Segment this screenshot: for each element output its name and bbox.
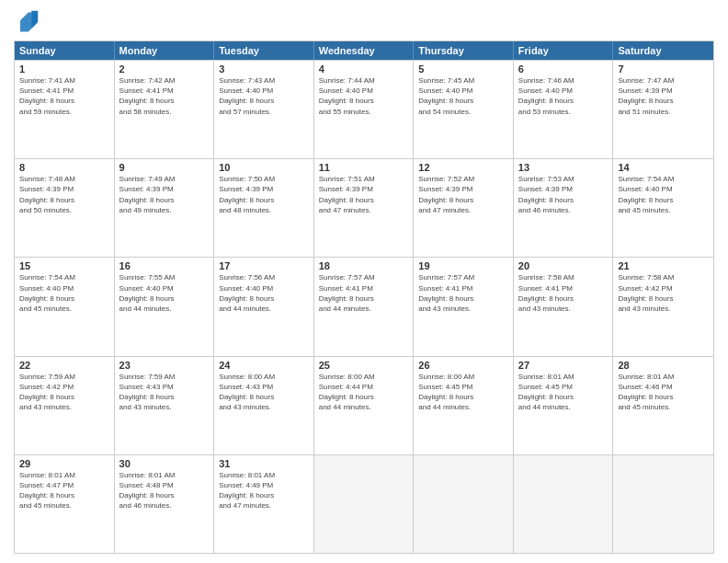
- cal-cell-day-14: 14Sunrise: 7:54 AMSunset: 4:40 PMDayligh…: [613, 159, 713, 257]
- cal-cell-day-29: 29Sunrise: 8:01 AMSunset: 4:47 PMDayligh…: [15, 455, 115, 553]
- day-number: 19: [418, 260, 508, 271]
- cal-cell-day-11: 11Sunrise: 7:51 AMSunset: 4:39 PMDayligh…: [314, 159, 415, 257]
- cell-info: Sunrise: 7:59 AMSunset: 4:43 PMDaylight:…: [119, 372, 210, 413]
- day-number: 16: [119, 260, 210, 271]
- calendar-week-3: 15Sunrise: 7:54 AMSunset: 4:40 PMDayligh…: [15, 257, 713, 355]
- day-number: 29: [19, 458, 109, 469]
- cal-cell-day-19: 19Sunrise: 7:57 AMSunset: 4:41 PMDayligh…: [414, 258, 514, 355]
- calendar-body: 1Sunrise: 7:41 AMSunset: 4:41 PMDaylight…: [15, 60, 713, 553]
- cell-info: Sunrise: 7:57 AMSunset: 4:41 PMDaylight:…: [418, 272, 508, 314]
- cell-info: Sunrise: 7:51 AMSunset: 4:39 PMDaylight:…: [319, 174, 409, 215]
- cal-cell-day-7: 7Sunrise: 7:47 AMSunset: 4:39 PMDaylight…: [613, 61, 713, 158]
- day-number: 6: [518, 63, 609, 75]
- cal-cell-day-9: 9Sunrise: 7:49 AMSunset: 4:39 PMDaylight…: [115, 159, 215, 257]
- day-number: 21: [618, 260, 709, 271]
- calendar: SundayMondayTuesdayWednesdayThursdayFrid…: [14, 40, 714, 554]
- cal-cell-day-6: 6Sunrise: 7:46 AMSunset: 4:40 PMDaylight…: [514, 61, 614, 158]
- cal-cell-day-4: 4Sunrise: 7:44 AMSunset: 4:40 PMDaylight…: [314, 61, 415, 158]
- day-number: 14: [618, 162, 709, 173]
- cal-cell-day-5: 5Sunrise: 7:45 AMSunset: 4:40 PMDaylight…: [414, 61, 514, 158]
- cal-cell-empty: [314, 455, 415, 553]
- cal-cell-day-3: 3Sunrise: 7:43 AMSunset: 4:40 PMDaylight…: [214, 61, 314, 158]
- cell-info: Sunrise: 7:41 AMSunset: 4:41 PMDaylight:…: [19, 75, 109, 117]
- cell-info: Sunrise: 7:43 AMSunset: 4:40 PMDaylight:…: [219, 75, 309, 117]
- day-number: 17: [219, 260, 309, 271]
- cal-cell-day-23: 23Sunrise: 7:59 AMSunset: 4:43 PMDayligh…: [115, 357, 215, 454]
- header-day-saturday: Saturday: [613, 41, 713, 60]
- cell-info: Sunrise: 8:00 AMSunset: 4:44 PMDaylight:…: [319, 372, 409, 413]
- cell-info: Sunrise: 7:54 AMSunset: 4:40 PMDaylight:…: [618, 174, 709, 215]
- cal-cell-day-26: 26Sunrise: 8:00 AMSunset: 4:45 PMDayligh…: [414, 357, 514, 454]
- day-number: 25: [319, 360, 409, 371]
- cell-info: Sunrise: 8:00 AMSunset: 4:43 PMDaylight:…: [219, 372, 309, 413]
- cal-cell-day-27: 27Sunrise: 8:01 AMSunset: 4:45 PMDayligh…: [514, 357, 614, 454]
- cell-info: Sunrise: 8:01 AMSunset: 4:48 PMDaylight:…: [119, 470, 210, 511]
- header-day-wednesday: Wednesday: [314, 41, 415, 60]
- day-number: 8: [19, 162, 109, 173]
- cell-info: Sunrise: 7:46 AMSunset: 4:40 PMDaylight:…: [518, 75, 609, 117]
- cell-info: Sunrise: 7:58 AMSunset: 4:42 PMDaylight:…: [618, 272, 709, 314]
- cal-cell-empty: [613, 455, 713, 553]
- day-number: 7: [618, 63, 709, 75]
- cal-cell-day-16: 16Sunrise: 7:55 AMSunset: 4:40 PMDayligh…: [115, 258, 215, 355]
- day-number: 2: [119, 63, 210, 75]
- cell-info: Sunrise: 7:48 AMSunset: 4:39 PMDaylight:…: [19, 174, 109, 215]
- cell-info: Sunrise: 7:49 AMSunset: 4:39 PMDaylight:…: [119, 174, 210, 215]
- day-number: 22: [19, 360, 109, 371]
- cal-cell-day-31: 31Sunrise: 8:01 AMSunset: 4:49 PMDayligh…: [214, 455, 314, 553]
- calendar-week-5: 29Sunrise: 8:01 AMSunset: 4:47 PMDayligh…: [15, 454, 713, 553]
- day-number: 12: [418, 162, 508, 173]
- cell-info: Sunrise: 7:47 AMSunset: 4:39 PMDaylight:…: [618, 75, 709, 117]
- cell-info: Sunrise: 8:01 AMSunset: 4:47 PMDaylight:…: [19, 470, 109, 511]
- day-number: 30: [119, 458, 210, 469]
- logo: [14, 9, 43, 35]
- day-number: 11: [319, 162, 409, 173]
- day-number: 20: [518, 260, 609, 271]
- day-number: 24: [219, 360, 309, 371]
- header-day-sunday: Sunday: [15, 41, 115, 60]
- cal-cell-day-12: 12Sunrise: 7:52 AMSunset: 4:39 PMDayligh…: [414, 159, 514, 257]
- cal-cell-empty: [514, 455, 614, 553]
- cal-cell-day-17: 17Sunrise: 7:56 AMSunset: 4:40 PMDayligh…: [214, 258, 314, 355]
- cell-info: Sunrise: 8:01 AMSunset: 4:45 PMDaylight:…: [518, 372, 609, 413]
- day-number: 15: [19, 260, 109, 271]
- cell-info: Sunrise: 7:55 AMSunset: 4:40 PMDaylight:…: [119, 272, 210, 314]
- cell-info: Sunrise: 7:42 AMSunset: 4:41 PMDaylight:…: [119, 75, 210, 117]
- cell-info: Sunrise: 8:01 AMSunset: 4:49 PMDaylight:…: [219, 470, 309, 511]
- logo-icon: [14, 9, 40, 35]
- day-number: 10: [219, 162, 309, 173]
- cal-cell-day-18: 18Sunrise: 7:57 AMSunset: 4:41 PMDayligh…: [314, 258, 415, 355]
- cal-cell-day-15: 15Sunrise: 7:54 AMSunset: 4:40 PMDayligh…: [15, 258, 115, 355]
- cal-cell-day-24: 24Sunrise: 8:00 AMSunset: 4:43 PMDayligh…: [214, 357, 314, 454]
- cell-info: Sunrise: 7:59 AMSunset: 4:42 PMDaylight:…: [19, 372, 109, 413]
- cal-cell-day-20: 20Sunrise: 7:58 AMSunset: 4:41 PMDayligh…: [514, 258, 614, 355]
- cal-cell-day-28: 28Sunrise: 8:01 AMSunset: 4:46 PMDayligh…: [613, 357, 713, 454]
- header-day-tuesday: Tuesday: [214, 41, 314, 60]
- cal-cell-day-22: 22Sunrise: 7:59 AMSunset: 4:42 PMDayligh…: [15, 357, 115, 454]
- cell-info: Sunrise: 7:53 AMSunset: 4:39 PMDaylight:…: [518, 174, 609, 215]
- cal-cell-empty: [414, 455, 514, 553]
- calendar-week-1: 1Sunrise: 7:41 AMSunset: 4:41 PMDaylight…: [15, 60, 713, 158]
- cal-cell-day-1: 1Sunrise: 7:41 AMSunset: 4:41 PMDaylight…: [15, 61, 115, 158]
- day-number: 18: [319, 260, 409, 271]
- day-number: 5: [418, 63, 508, 75]
- day-number: 23: [119, 360, 210, 371]
- cal-cell-day-2: 2Sunrise: 7:42 AMSunset: 4:41 PMDaylight…: [115, 61, 215, 158]
- day-number: 9: [119, 162, 210, 173]
- header-day-monday: Monday: [115, 41, 215, 60]
- cell-info: Sunrise: 7:45 AMSunset: 4:40 PMDaylight:…: [418, 75, 508, 117]
- cell-info: Sunrise: 7:54 AMSunset: 4:40 PMDaylight:…: [19, 272, 109, 314]
- header-day-thursday: Thursday: [414, 41, 514, 60]
- cal-cell-day-30: 30Sunrise: 8:01 AMSunset: 4:48 PMDayligh…: [115, 455, 215, 553]
- day-number: 4: [319, 63, 409, 75]
- cal-cell-day-13: 13Sunrise: 7:53 AMSunset: 4:39 PMDayligh…: [514, 159, 614, 257]
- day-number: 26: [418, 360, 508, 371]
- day-number: 13: [518, 162, 609, 173]
- calendar-header: SundayMondayTuesdayWednesdayThursdayFrid…: [15, 41, 713, 60]
- cal-cell-day-21: 21Sunrise: 7:58 AMSunset: 4:42 PMDayligh…: [613, 258, 713, 355]
- day-number: 1: [19, 63, 109, 75]
- cal-cell-day-10: 10Sunrise: 7:50 AMSunset: 4:39 PMDayligh…: [214, 159, 314, 257]
- cell-info: Sunrise: 7:50 AMSunset: 4:39 PMDaylight:…: [219, 174, 309, 215]
- cell-info: Sunrise: 7:52 AMSunset: 4:39 PMDaylight:…: [418, 174, 508, 215]
- header: [14, 9, 714, 35]
